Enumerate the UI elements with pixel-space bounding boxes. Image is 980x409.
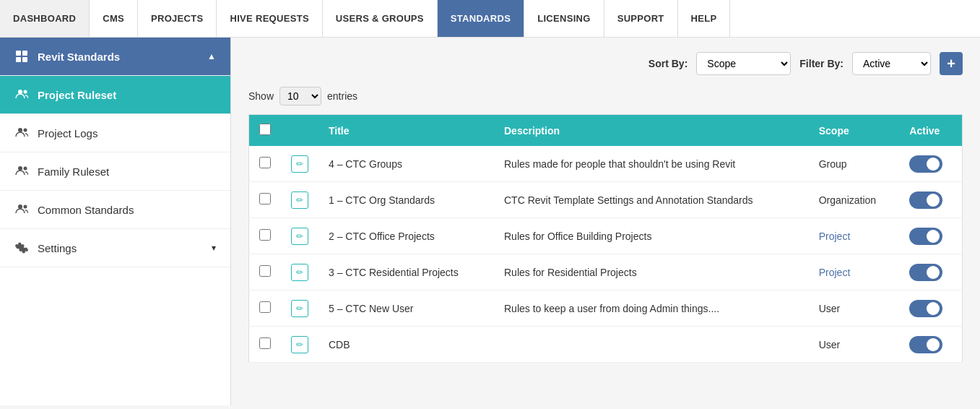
nav-item-hive-requests[interactable]: HIVE REQUESTS (217, 0, 322, 37)
entries-count-select[interactable]: 10 5 25 50 100 (279, 87, 321, 106)
active-toggle[interactable] (909, 155, 942, 173)
select-all-checkbox[interactable] (259, 124, 271, 135)
row-checkbox-cell (249, 146, 282, 182)
edit-button[interactable]: ✏ (291, 155, 308, 173)
table-row: ✏ 1 – CTC Org Standards CTC Revit Templa… (249, 182, 963, 218)
filter-by-label: Filter By: (799, 58, 844, 69)
row-scope: Project (809, 254, 900, 290)
row-title: CDB (318, 327, 494, 363)
table-row: ✏ 2 – CTC Office Projects Rules for Offi… (249, 218, 963, 254)
active-toggle[interactable] (909, 336, 942, 353)
row-active-cell (899, 290, 962, 327)
row-active-cell (899, 254, 962, 290)
show-label: Show (248, 90, 274, 102)
row-active-cell (899, 218, 962, 254)
svg-point-7 (24, 129, 27, 132)
active-toggle[interactable] (909, 228, 942, 245)
edit-button[interactable]: ✏ (291, 228, 308, 245)
add-button[interactable]: + (940, 52, 963, 75)
col-header-checkbox (249, 115, 282, 147)
edit-button[interactable]: ✏ (291, 264, 308, 281)
edit-button[interactable]: ✏ (291, 336, 308, 353)
svg-point-5 (24, 90, 27, 94)
sidebar-item-settings[interactable]: Settings ▾ (0, 229, 230, 267)
active-toggle[interactable] (909, 191, 942, 209)
main-content: Sort By: Scope Title Description Active … (231, 38, 980, 405)
sidebar-item-project-logs-label: Project Logs (38, 127, 97, 139)
row-checkbox-cell (249, 290, 282, 327)
common-standards-icon (14, 202, 29, 217)
row-title: 3 – CTC Residential Projects (318, 254, 494, 290)
row-description (494, 327, 809, 363)
nav-item-projects[interactable]: PROJECTS (138, 0, 217, 37)
sidebar-item-common-standards[interactable]: Common Standards (0, 191, 230, 229)
active-toggle[interactable] (909, 264, 942, 281)
svg-rect-0 (16, 51, 21, 56)
project-logs-icon (14, 126, 29, 140)
col-header-title: Title (318, 115, 494, 147)
nav-item-users-groups[interactable]: USERS & GROUPS (323, 0, 438, 37)
sidebar: Revit Standards ▲ Project Ruleset Projec… (0, 38, 231, 405)
family-ruleset-icon (14, 164, 29, 178)
entries-label: entries (327, 90, 357, 102)
svg-point-4 (18, 90, 22, 94)
sidebar-item-project-ruleset[interactable]: Project Ruleset (0, 76, 230, 114)
main-layout: Revit Standards ▲ Project Ruleset Projec… (0, 38, 980, 405)
row-scope: User (809, 290, 900, 327)
row-checkbox[interactable] (259, 301, 271, 313)
sidebar-item-revit-standards-label: Revit Standards (38, 51, 120, 63)
col-header-edit (281, 115, 318, 147)
filter-by-select[interactable]: Active Inactive All (852, 52, 931, 75)
row-description: Rules made for people that shouldn't be … (494, 146, 809, 182)
sidebar-item-project-ruleset-label: Project Ruleset (38, 89, 116, 101)
row-active-cell (899, 327, 962, 363)
sidebar-item-common-standards-label: Common Standards (38, 204, 134, 216)
settings-chevron: ▾ (212, 243, 216, 253)
edit-button[interactable]: ✏ (291, 191, 308, 209)
nav-item-licensing[interactable]: LICENSING (524, 0, 604, 37)
svg-point-10 (18, 204, 22, 209)
top-navigation: DASHBOARD CMS PROJECTS HIVE REQUESTS USE… (0, 0, 980, 38)
table-row: ✏ 3 – CTC Residential Projects Rules for… (249, 254, 963, 290)
svg-point-8 (18, 166, 22, 171)
svg-rect-2 (16, 57, 21, 62)
row-checkbox[interactable] (259, 337, 271, 349)
row-title: 5 – CTC New User (318, 290, 494, 327)
svg-rect-3 (22, 57, 27, 62)
sort-by-select[interactable]: Scope Title Description Active (696, 52, 791, 75)
row-active-cell (899, 182, 962, 218)
row-edit-cell: ✏ (281, 327, 318, 363)
active-toggle[interactable] (909, 300, 942, 317)
show-entries-bar: Show 10 5 25 50 100 entries (248, 87, 963, 106)
row-title: 4 – CTC Groups (318, 146, 494, 182)
col-header-active: Active (899, 115, 962, 147)
nav-item-support[interactable]: SUPPORT (604, 0, 678, 37)
row-checkbox[interactable] (259, 193, 271, 204)
row-checkbox[interactable] (259, 265, 271, 277)
svg-point-6 (18, 128, 22, 132)
sidebar-item-family-ruleset-label: Family Ruleset (38, 165, 109, 178)
gear-icon (14, 241, 29, 255)
nav-item-help[interactable]: HELP (678, 0, 731, 37)
svg-rect-1 (22, 51, 27, 56)
nav-item-dashboard[interactable]: DASHBOARD (0, 0, 90, 37)
col-header-scope: Scope (809, 115, 900, 147)
table-row: ✏ CDB User (249, 327, 963, 363)
sidebar-item-revit-standards[interactable]: Revit Standards ▲ (0, 38, 230, 76)
row-checkbox-cell (249, 218, 282, 254)
row-edit-cell: ✏ (281, 218, 318, 254)
row-checkbox-cell (249, 254, 282, 290)
sidebar-item-project-logs[interactable]: Project Logs (0, 114, 230, 152)
row-edit-cell: ✏ (281, 290, 318, 327)
row-scope: Project (809, 218, 900, 254)
row-scope: Group (809, 146, 900, 182)
row-checkbox[interactable] (259, 229, 271, 241)
nav-item-cms[interactable]: CMS (90, 0, 138, 37)
row-checkbox-cell (249, 182, 282, 218)
edit-button[interactable]: ✏ (291, 300, 308, 317)
row-checkbox[interactable] (259, 157, 271, 168)
row-edit-cell: ✏ (281, 146, 318, 182)
row-description: Rules for Office Building Projects (494, 218, 809, 254)
sidebar-item-family-ruleset[interactable]: Family Ruleset (0, 152, 230, 191)
nav-item-standards[interactable]: STANDARDS (438, 0, 524, 37)
